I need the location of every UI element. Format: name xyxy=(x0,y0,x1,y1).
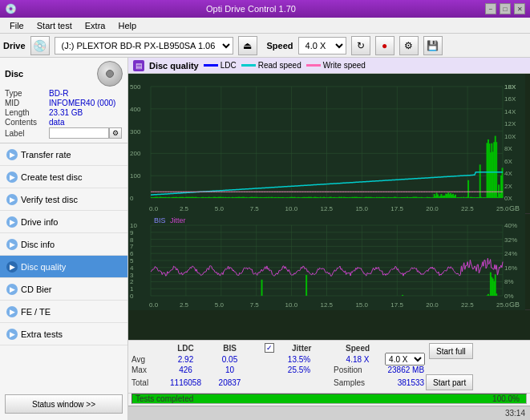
disc-type-label: Type xyxy=(5,89,49,98)
menubar: File Start test Extra Help xyxy=(0,18,530,34)
samples-value: 381533 xyxy=(382,374,426,390)
stats-bar: LDC BIS ✓ Jitter Speed Start full xyxy=(128,340,530,406)
nav-arrow: ▶ xyxy=(6,216,18,228)
disc-label-label: Label xyxy=(5,129,49,138)
nav-arrow: ▶ xyxy=(6,194,18,205)
jitter-col-label: Jitter xyxy=(292,343,334,353)
max-label: Max xyxy=(131,365,164,374)
disc-label-input[interactable] xyxy=(49,127,109,139)
position-value: 23862 MB xyxy=(382,365,426,374)
nav-verify-test-disc[interactable]: ▶ Verify test disc xyxy=(0,188,127,211)
top-chart xyxy=(128,74,530,214)
eject-button[interactable]: ⏏ xyxy=(238,36,257,55)
nav-label: Drive info xyxy=(21,217,58,227)
nav-label: Verify test disc xyxy=(21,195,78,204)
maximize-button[interactable]: □ xyxy=(500,3,511,14)
drive-label: Drive xyxy=(3,41,26,50)
nav-label: Transfer rate xyxy=(21,150,71,160)
total-ldc: 1116058 xyxy=(164,374,208,390)
settings-button[interactable]: ⚙ xyxy=(399,36,419,55)
window-title: Opti Drive Control 1.70 xyxy=(17,4,485,14)
nav-label: FE / TE xyxy=(21,307,51,317)
start-full-button[interactable]: Start full xyxy=(429,343,473,359)
nav-arrow: ▶ xyxy=(6,329,18,340)
nav-drive-info[interactable]: ▶ Drive info xyxy=(0,211,127,233)
jitter-checkbox[interactable]: ✓ xyxy=(265,343,274,353)
disc-type-value: BD-R xyxy=(49,89,68,98)
nav-arrow: ▶ xyxy=(6,172,18,183)
disc-info-table: Type BD-R MID INFOMER40 (000) Length 23.… xyxy=(5,89,123,139)
samples-label: Samples xyxy=(334,374,382,390)
content-area: ▤ Disc quality LDC Read speed Write spee… xyxy=(128,58,530,420)
disc-contents-value: data xyxy=(49,118,64,127)
nav-label: Extra tests xyxy=(21,329,63,339)
legend-write-speed: Write speed xyxy=(306,61,366,70)
legend-read-speed: Read speed xyxy=(241,61,301,70)
jitter-checkbox-container: ✓ xyxy=(265,343,292,353)
nav-arrow: ▶ xyxy=(6,284,18,295)
titlebar: 💿 Opti Drive Control 1.70 − □ ✕ xyxy=(0,0,530,18)
disc-contents-label: Contents xyxy=(5,118,49,127)
speed-select[interactable]: 4.0 X xyxy=(298,37,346,55)
elapsed-time: 33:14 xyxy=(505,409,525,418)
disc-button[interactable]: ● xyxy=(375,36,394,55)
bottom-status: 33:14 xyxy=(128,406,530,420)
position-label: Position xyxy=(334,365,382,374)
nav-extra-tests[interactable]: ▶ Extra tests xyxy=(0,323,127,345)
progress-bar-container: Tests completed 100.0% xyxy=(131,394,527,404)
refresh-button[interactable]: ↻ xyxy=(351,36,370,55)
disc-mid-label: MID xyxy=(5,99,49,107)
bottom-chart xyxy=(128,214,530,310)
menu-starttest[interactable]: Start test xyxy=(30,18,79,33)
max-jitter: 25.5% xyxy=(265,365,334,374)
legend-ldc: LDC xyxy=(204,61,237,70)
main-layout: Disc Type BD-R MID INFOMER40 (000) Lengt… xyxy=(0,58,530,420)
disc-label-button[interactable]: ⚙ xyxy=(109,127,122,139)
max-ldc: 426 xyxy=(164,365,208,374)
avg-bis: 0.05 xyxy=(208,353,252,365)
nav-arrow: ▶ xyxy=(6,149,18,160)
start-part-button[interactable]: Start part xyxy=(426,374,473,390)
window-controls: − □ ✕ xyxy=(485,3,525,14)
nav-label: Disc quality xyxy=(21,262,66,272)
status-window-button[interactable]: Status window >> xyxy=(5,394,123,414)
drivebar: Drive 💿 (J:) PLEXTOR BD-R PX-LB950SA 1.0… xyxy=(0,34,530,58)
progress-label: Tests completed xyxy=(136,394,193,403)
nav-arrow: ▶ xyxy=(6,306,18,317)
speed-col-label: Speed xyxy=(334,343,382,353)
avg-label: Avg xyxy=(131,353,164,365)
total-bis: 20837 xyxy=(208,374,252,390)
chart-icon: ▤ xyxy=(133,60,144,71)
speed-label: Speed xyxy=(267,41,293,50)
menu-extra[interactable]: Extra xyxy=(79,18,112,33)
speed-value: 4.18 X xyxy=(334,353,382,365)
progress-value: 100.0% xyxy=(492,394,520,403)
nav-disc-quality[interactable]: ▶ Disc quality xyxy=(0,256,127,278)
menu-file[interactable]: File xyxy=(3,18,30,33)
menu-help[interactable]: Help xyxy=(111,18,143,33)
disc-image xyxy=(97,61,123,87)
nav-label: Disc info xyxy=(21,240,55,249)
max-bis: 10 xyxy=(208,365,252,374)
drive-icon: 💿 xyxy=(30,36,50,55)
close-button[interactable]: ✕ xyxy=(514,3,525,14)
nav-arrow: ▶ xyxy=(6,261,18,273)
speed-selector[interactable]: 4.0 X xyxy=(385,353,425,365)
nav-create-test-disc[interactable]: ▶ Create test disc xyxy=(0,166,127,188)
total-label: Total xyxy=(131,374,164,390)
nav-label: Create test disc xyxy=(21,172,82,182)
nav-disc-info[interactable]: ▶ Disc info xyxy=(0,233,127,256)
disc-panel: Disc Type BD-R MID INFOMER40 (000) Lengt… xyxy=(0,58,127,143)
save-button[interactable]: 💾 xyxy=(423,36,443,55)
stats-table: LDC BIS ✓ Jitter Speed Start full xyxy=(131,343,527,390)
nav-list: ▶ Transfer rate ▶ Create test disc ▶ Ver… xyxy=(0,143,127,345)
nav-transfer-rate[interactable]: ▶ Transfer rate xyxy=(0,143,127,166)
avg-jitter: 13.5% xyxy=(265,353,334,365)
charts-container xyxy=(128,74,530,340)
nav-fe-te[interactable]: ▶ FE / TE xyxy=(0,301,127,323)
chart-header: ▤ Disc quality LDC Read speed Write spee… xyxy=(128,58,530,74)
nav-cd-bier[interactable]: ▶ CD Bier xyxy=(0,278,127,301)
disc-title: Disc xyxy=(5,69,23,79)
minimize-button[interactable]: − xyxy=(485,3,496,14)
drive-select[interactable]: (J:) PLEXTOR BD-R PX-LB950SA 1.06 xyxy=(55,37,233,55)
